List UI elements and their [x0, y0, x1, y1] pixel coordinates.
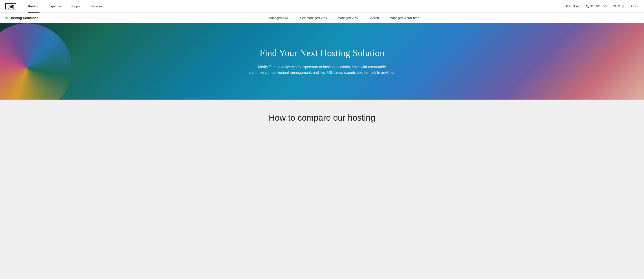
sub-nav-items: Managed AWS Self-Managed VPS Managed VPS…: [263, 12, 424, 23]
sub-nav-brand: Hosting Solutions: [6, 16, 38, 20]
cart-link[interactable]: CART 🛒: [612, 4, 625, 8]
hero-subtitle: Media Temple delivers a full spectrum of…: [249, 64, 395, 76]
top-navigation: (mt) Hosting Expertise Support Services …: [0, 0, 644, 12]
top-nav-right: ABOUT (mt) 📞 310.841.5500 CART 🛒 LOGIN: [566, 4, 638, 8]
phone-link[interactable]: 📞 310.841.5500: [586, 4, 608, 8]
main-nav-items: Hosting Expertise Support Services: [23, 0, 566, 12]
hero-section: Find Your Next Hosting Solution Media Te…: [0, 23, 644, 100]
nav-item-support[interactable]: Support: [66, 0, 86, 12]
cart-label: CART: [612, 4, 620, 8]
nav-item-expertise[interactable]: Expertise: [44, 0, 66, 12]
active-dot: [6, 17, 8, 19]
phone-number: 310.841.5500: [590, 4, 608, 8]
sub-nav-item-self-managed-vps[interactable]: Self-Managed VPS: [295, 12, 332, 23]
phone-icon: 📞: [586, 4, 590, 8]
sub-nav-item-shared[interactable]: Shared: [363, 12, 384, 23]
nav-item-hosting[interactable]: Hosting: [23, 0, 44, 12]
about-link[interactable]: ABOUT (mt): [566, 4, 582, 8]
sub-navigation: Hosting Solutions Managed AWS Self-Manag…: [0, 12, 644, 23]
compare-section: How to compare our hosting: [0, 100, 644, 136]
nav-item-services[interactable]: Services: [86, 0, 107, 12]
compare-title: How to compare our hosting: [6, 113, 638, 123]
sub-nav-item-managed-vps[interactable]: Managed VPS: [332, 12, 363, 23]
hero-title: Find Your Next Hosting Solution: [249, 47, 395, 58]
cart-icon: 🛒: [622, 4, 625, 8]
sub-nav-brand-label: Hosting Solutions: [10, 16, 38, 20]
sub-nav-item-managed-wordpress[interactable]: Managed WordPress: [384, 12, 424, 23]
login-link[interactable]: LOGIN: [630, 4, 638, 8]
sub-nav-item-managed-aws[interactable]: Managed AWS: [263, 12, 295, 23]
logo[interactable]: (mt): [6, 3, 16, 9]
hero-content: Find Your Next Hosting Solution Media Te…: [244, 47, 400, 76]
